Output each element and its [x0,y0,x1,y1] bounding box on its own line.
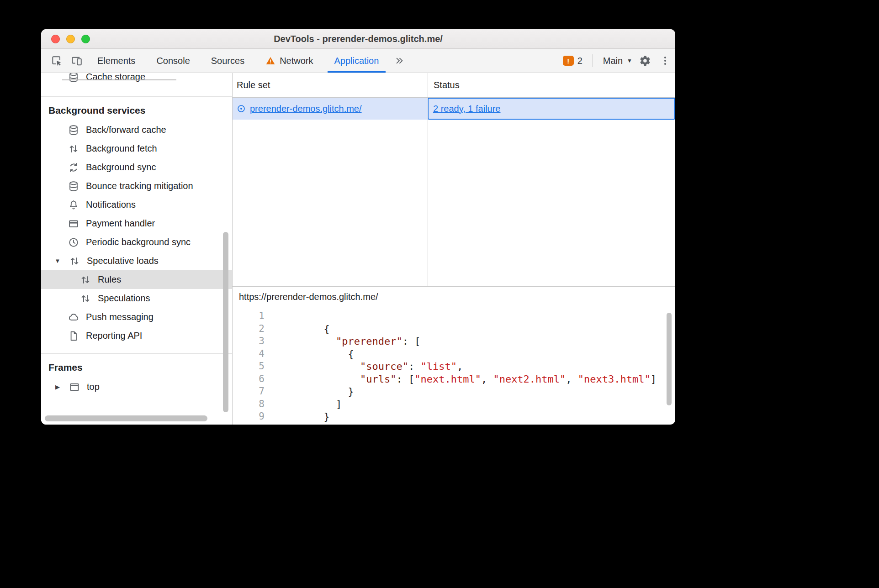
status-cell[interactable]: 2 ready, 1 failure [428,98,675,120]
bell-icon [68,199,79,211]
table-row: prerender-demos.glitch.me/ 2 ready, 1 fa… [233,98,675,120]
sidebar-item-label: Speculative loads [87,256,159,266]
column-header-rule-set: Rule set [233,73,428,97]
sidebar-vertical-scrollbar[interactable] [223,232,228,412]
tab-sources[interactable]: Sources [201,49,255,73]
background-services-header: Background services [41,97,232,121]
status-link[interactable]: 2 ready, 1 failure [433,104,501,114]
sidebar-item-background-fetch[interactable]: Background fetch [41,139,232,158]
target-selector-dropdown[interactable]: Main ▼ [600,49,635,73]
tab-label: Elements [97,56,135,66]
sidebar-horizontal-scrollbar[interactable] [45,415,207,421]
code-text: "prerender": [ [278,335,420,348]
sidebar-item-top-frame[interactable]: ▶ top [41,378,232,396]
issues-warning-icon: ! [563,56,574,66]
sidebar-item-cache-storage[interactable]: Cache storage [41,73,232,86]
device-toolbar-button[interactable] [67,49,87,73]
tab-console[interactable]: Console [146,49,200,73]
rule-set-cell[interactable]: prerender-demos.glitch.me/ [233,98,428,120]
issues-badge[interactable]: ! 2 [563,49,582,73]
sidebar-item-label: Periodic background sync [86,237,191,247]
line-number: 8 [233,398,278,411]
gear-icon [639,55,651,67]
column-header-status: Status [428,73,675,97]
sidebar-item-periodic-background-sync[interactable]: Periodic background sync [41,233,232,252]
window-title: DevTools - prerender-demos.glitch.me/ [274,34,443,44]
sidebar-item-back-forward-cache[interactable]: Back/forward cache [41,121,232,139]
clock-icon [68,236,79,248]
arrows-up-down-icon [68,143,79,155]
code-text: { [278,323,330,336]
frame-icon [69,381,80,393]
sidebar-item-speculations[interactable]: Speculations [41,289,232,308]
speculation-rules-icon [236,104,246,114]
database-icon [68,180,79,192]
arrows-up-down-icon [79,293,91,304]
line-number: 2 [233,323,278,336]
close-button[interactable] [51,35,60,43]
database-icon [68,124,79,136]
sidebar-item-bounce-tracking-mitigation[interactable]: Bounce tracking mitigation [41,177,232,195]
expand-caret-icon[interactable]: ▼ [53,257,62,264]
code-viewer: 12 {3 "prerender": [4 {5 "source": "list… [233,307,675,425]
code-line: 9 } [233,410,675,423]
tab-application[interactable]: Application [324,49,390,73]
rules-panel: Rule set Status prerender-demos.glitch.m… [233,73,675,425]
issues-count: 2 [577,56,582,66]
arrows-up-down-icon [69,255,80,267]
sidebar-item-push-messaging[interactable]: Push messaging [41,308,232,326]
code-lines: 12 {3 "prerender": [4 {5 "source": "list… [233,310,675,423]
sidebar-item-label: Notifications [86,200,136,210]
sidebar-item-label: Reporting API [86,331,142,341]
tab-network[interactable]: Network [255,49,323,73]
sidebar-item-speculative-loads[interactable]: ▼ Speculative loads [41,252,232,270]
code-line: 5 "source": "list", [233,360,675,373]
rule-set-source-url: https://prerender-demos.glitch.me/ [233,287,675,307]
line-number: 7 [233,385,278,398]
sidebar-item-label: top [87,382,100,392]
sidebar-item-label: Payment handler [86,218,155,229]
inspect-element-button[interactable] [47,49,67,73]
tab-label: Console [156,56,190,66]
code-text: ] [278,398,342,411]
toolbar-divider [592,54,593,67]
application-sidebar: Cache storage Background services Back/f… [41,73,233,425]
kebab-menu-icon [659,55,671,67]
sidebar-item-reporting-api[interactable]: Reporting API [41,326,232,345]
cloud-icon [68,311,79,323]
collapse-caret-icon[interactable]: ▶ [53,383,62,390]
rule-set-link[interactable]: prerender-demos.glitch.me/ [250,104,362,114]
code-line: 8 ] [233,398,675,411]
sidebar-item-label: Rules [98,274,121,285]
sidebar-item-notifications[interactable]: Notifications [41,195,232,214]
more-tabs-button[interactable] [389,49,409,73]
code-text: "source": "list", [278,360,463,373]
settings-button[interactable] [635,49,655,73]
code-vertical-scrollbar[interactable] [667,313,672,405]
tab-label: Network [280,56,313,66]
code-text: "urls": ["next.html", "next2.html", "nex… [278,373,657,386]
sidebar-item-rules[interactable]: Rules [41,270,232,289]
tab-label: Sources [211,56,244,66]
tab-elements[interactable]: Elements [87,49,146,73]
sidebar-item-background-sync[interactable]: Background sync [41,158,232,177]
frames-header: Frames [41,354,232,378]
rule-set-table: Rule set Status prerender-demos.glitch.m… [233,73,675,286]
device-toolbar-icon [71,55,83,67]
zoom-button[interactable] [81,35,90,43]
window-titlebar[interactable]: DevTools - prerender-demos.glitch.me/ [41,29,675,49]
code-text: } [278,410,330,423]
rule-set-preview: https://prerender-demos.glitch.me/ 12 {3… [233,286,675,425]
line-number: 9 [233,410,278,423]
arrows-up-down-icon [79,274,91,286]
database-icon [68,73,79,83]
toolbar-spacer [409,49,562,73]
code-line: 6 "urls": ["next.html", "next2.html", "n… [233,373,675,386]
minimize-button[interactable] [66,35,75,43]
chevron-down-icon: ▼ [627,58,632,64]
sidebar-item-payment-handler[interactable]: Payment handler [41,214,232,233]
table-header-row: Rule set Status [233,73,675,98]
code-line: 3 "prerender": [ [233,335,675,348]
code-line: 7 } [233,385,675,398]
more-options-button[interactable] [655,49,675,73]
